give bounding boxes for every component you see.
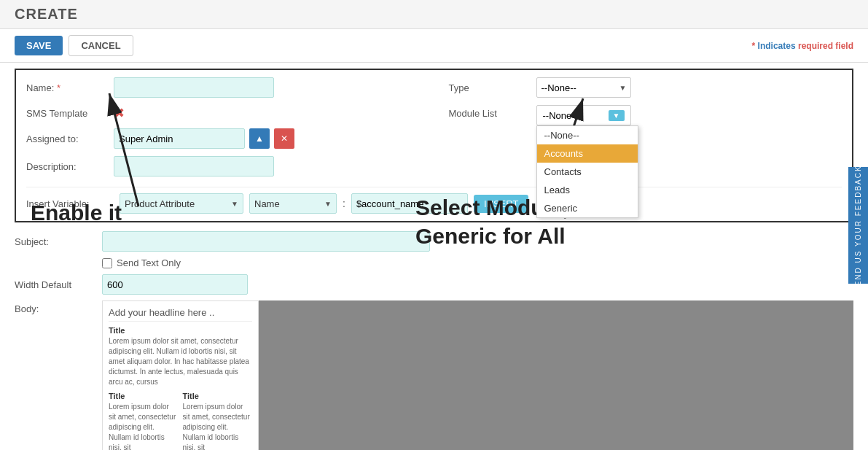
dropdown-arrow-icon: ▼: [609, 110, 625, 121]
send-text-row: Send Text Only: [0, 255, 868, 271]
send-text-checkbox[interactable]: [102, 258, 112, 268]
assigned-clear-button[interactable]: ✕: [274, 128, 294, 149]
width-label: Width Default: [15, 279, 102, 290]
name-row: Name: *: [26, 77, 420, 98]
save-button[interactable]: SAVE: [15, 36, 63, 55]
block2-text: Lorem ipsum dolor sit amet, consectetur …: [109, 402, 179, 450]
name-arrow-icon: ▼: [324, 200, 332, 208]
block3-text: Lorem ipsum dolor sit amet, consectetur …: [183, 402, 253, 450]
email-preview: Add your headline here .. Title Lorem ip…: [102, 300, 259, 450]
dropdown-item-none[interactable]: --None--: [537, 126, 638, 144]
module-selected-text: --None--: [543, 110, 578, 121]
body-content: Add your headline here .. Title Lorem ip…: [102, 300, 853, 450]
type-select-wrapper: --None--: [536, 77, 631, 98]
block2-title: Title: [109, 392, 179, 400]
gray-panel: [259, 300, 853, 450]
feedback-button[interactable]: SEND US YOUR FEEDBACK !: [848, 167, 868, 284]
subject-input[interactable]: [102, 231, 430, 252]
dropdown-item-contacts[interactable]: Contacts: [537, 163, 638, 181]
headline-text: Add your headline here ..: [109, 307, 252, 322]
insert-attribute-select[interactable]: Product Attribute ▼: [120, 193, 243, 214]
subject-row: Subject:: [0, 228, 868, 255]
module-list-row: Module List --None-- ▼ --None-- Accounts…: [449, 105, 842, 125]
sms-template-checkbox[interactable]: ✖: [114, 105, 125, 121]
body-label: Body:: [15, 300, 102, 450]
subject-label: Subject:: [15, 236, 102, 247]
dropdown-item-accounts[interactable]: Accounts: [537, 144, 638, 163]
attribute-arrow-icon: ▼: [231, 200, 238, 208]
body-block-1: Title Lorem ipsum dolor sit amet, consec…: [109, 326, 252, 387]
required-note: * Indicates required field: [752, 41, 853, 51]
body-block-2: Title Lorem ipsum dolor sit amet, consec…: [109, 392, 179, 450]
required-star: *: [752, 41, 758, 51]
cancel-button[interactable]: CANCEL: [69, 35, 133, 56]
assigned-to-label: Assigned to:: [26, 133, 114, 144]
colon-separator: :: [343, 198, 345, 209]
description-row: Description:: [26, 156, 420, 176]
body-section: Body: Add your headline here .. Title Lo…: [0, 298, 868, 450]
insert-name-select[interactable]: Name ▼: [249, 193, 337, 214]
width-input[interactable]: [102, 274, 248, 295]
type-select[interactable]: --None--: [536, 77, 631, 98]
variable-input[interactable]: [351, 193, 468, 214]
insert-variable-row: Insert Variable: Product Attribute ▼ Nam…: [26, 187, 842, 214]
sms-template-label: SMS Template: [26, 108, 114, 119]
module-dropdown-container: --None-- ▼ --None-- Accounts Contacts Le…: [536, 105, 631, 125]
send-text-label: Send Text Only: [117, 257, 181, 268]
name-label: Name: *: [26, 82, 114, 93]
type-row: Type --None--: [449, 77, 842, 98]
name-input[interactable]: [114, 77, 274, 98]
dropdown-item-generic[interactable]: Generic: [537, 199, 638, 217]
name-required: *: [57, 82, 60, 93]
block1-title: Title: [109, 326, 252, 335]
sms-template-row: SMS Template ✖: [26, 105, 420, 121]
body-block-3: Title Lorem ipsum dolor sit amet, consec…: [183, 392, 253, 450]
indicates-text: Indicates: [758, 41, 796, 51]
type-label: Type: [449, 82, 536, 93]
block1-text: Lorem ipsum dolor sit amet, consectetur …: [109, 336, 252, 387]
width-row: Width Default: [0, 271, 868, 298]
body-two-col: Title Lorem ipsum dolor sit amet, consec…: [109, 392, 252, 450]
page-title: CREATE: [15, 6, 78, 23]
assigned-select-button[interactable]: ▲: [249, 128, 270, 149]
block3-title: Title: [183, 392, 253, 400]
module-dropdown-menu: --None-- Accounts Contacts Leads Generic: [536, 125, 638, 218]
description-input[interactable]: [114, 156, 274, 176]
module-select-button[interactable]: --None-- ▼: [536, 105, 631, 125]
insert-variable-label: Insert Variable:: [26, 198, 114, 209]
assigned-to-row: Assigned to: ▲ ✕: [26, 128, 420, 149]
description-label: Description:: [26, 161, 114, 172]
dropdown-item-leads[interactable]: Leads: [537, 181, 638, 199]
module-list-label: Module List: [449, 105, 536, 119]
assigned-to-input[interactable]: [114, 128, 245, 149]
insert-button[interactable]: INSERT: [474, 195, 528, 213]
